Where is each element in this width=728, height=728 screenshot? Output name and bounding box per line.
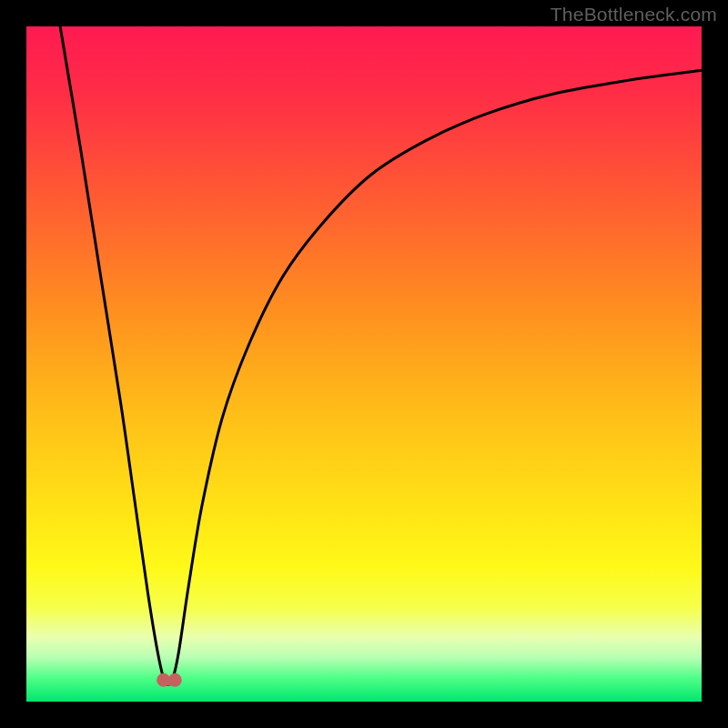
- plot-area: [26, 26, 702, 702]
- marker-dot: [168, 673, 182, 687]
- curve-layer: [26, 26, 702, 702]
- chart-frame: TheBottleneck.com: [0, 0, 728, 728]
- bottleneck-curve: [60, 26, 702, 684]
- watermark-text: TheBottleneck.com: [551, 4, 717, 25]
